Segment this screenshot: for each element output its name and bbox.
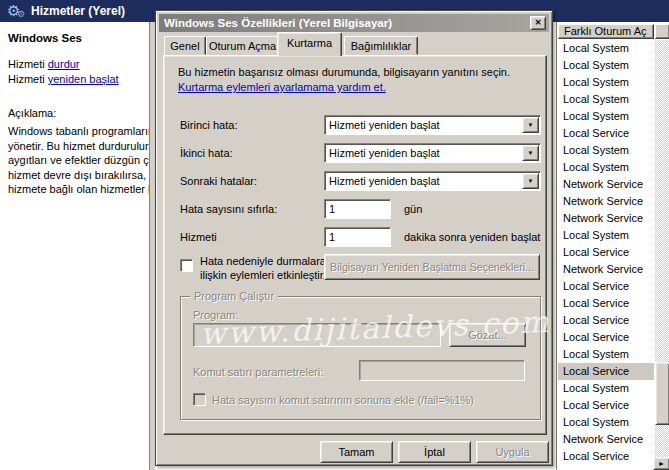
tab-label: Oturum Açma [209,40,276,52]
browse-button: Gözat... [449,323,526,347]
list-item[interactable]: Local System [558,380,654,397]
service-name: Windows Ses [8,32,82,44]
first-failure-label: Birinci hata: [180,119,237,131]
list-item[interactable]: Local System [558,346,654,363]
enable-actions-checkbox[interactable] [180,259,193,272]
list-item[interactable]: Network Service [558,431,654,448]
description-line: aygıtları ve efektler düzgün çalı [8,153,154,168]
tab-dependencies[interactable]: Bağımlılıklar [344,36,418,55]
dropdown-value: Hizmeti yeniden başlat [329,118,440,133]
recovery-help-link[interactable]: Kurtarma eylemleri ayarlamama yardım et. [178,81,386,93]
list-item[interactable]: Local System [558,40,654,57]
cmd-params-label: Komut satırı parametreleri: [193,366,323,378]
description-line: yönetir. Bu hizmet durdurulursa [8,139,154,154]
list-item[interactable]: Local Service [558,363,654,380]
vertical-scrollbar-thumb[interactable] [655,362,669,425]
list-item[interactable]: Local System [558,108,654,125]
intro-text: Bu hizmetin başarısız olması durumunda, … [178,66,510,78]
description-line: hizmete bağlı olan hizmetler baş [8,182,154,197]
description-line: Windows tabanlı programların s [8,124,154,139]
list-item[interactable]: Network Service [558,210,654,227]
second-failure-label: İkinci hata: [180,147,233,159]
restart-service-line: Hizmeti yeniden başlat [8,73,119,85]
run-program-group: Program Çalıştır Program: Gözat... Komut… [180,296,541,420]
list-item[interactable]: Local System [558,414,654,431]
enable-actions-label: Hata nedeniyle durmalara ilişkin eylemle… [200,254,326,282]
list-item[interactable]: Local System [558,227,654,244]
gear-icon: ⚙⚙ [7,2,27,20]
reset-fail-count-label: Hata sayısını sıfırla: [180,203,277,215]
list-item[interactable]: Local System [558,159,654,176]
dialog-title: Windows Ses Özellikleri (Yerel Bilgisaya… [164,17,392,29]
run-program-group-title: Program Çalıştır [190,290,278,302]
description-label: Açıklama: [8,107,56,119]
logon-list-rows: Local SystemLocal SystemLocal SystemLoca… [558,40,654,465]
recovery-tab-panel: Bu hizmetin başarısız olması durumunda, … [163,55,547,435]
tab-label: Genel [170,40,199,52]
tab-general[interactable]: Genel [164,36,206,55]
dropdown-value: Hizmeti yeniden başlat [329,146,440,161]
reset-fail-count-input[interactable] [324,199,391,219]
service-properties-dialog: Windows Ses Özellikleri (Yerel Bilgisaya… [155,10,553,466]
stop-prefix: Hizmeti [8,58,45,70]
tab-label: Bağımlılıklar [351,40,412,52]
column-header-stub[interactable] [655,24,669,39]
services-header-title: Hizmetler (Yerel) [31,4,125,18]
list-item[interactable]: Local System [558,91,654,108]
chevron-down-icon[interactable]: ▼ [522,145,539,161]
list-item[interactable]: Local Service [558,448,654,465]
stop-service-link[interactable]: durdur [48,58,80,70]
scroll-right-arrow-icon: ► [658,460,665,467]
restart-computer-options-button: Bilgisayarı Yeniden Başlatma Seçenekleri… [324,254,540,280]
program-label: Program: [193,309,238,321]
description-text: Windows tabanlı programların syönetir. B… [8,124,154,197]
ok-button[interactable]: Tamam [320,441,393,463]
append-fail-count-checkbox [193,393,206,406]
list-item[interactable]: Local Service [558,244,654,261]
list-item[interactable]: Network Service [558,193,654,210]
reset-fail-count-unit: gün [404,203,422,215]
tab-log-on[interactable]: Oturum Açma [206,36,279,55]
stop-service-line: Hizmeti durdur [8,58,80,70]
restart-after-unit: dakika sonra yeniden başlat [404,231,540,243]
first-failure-dropdown[interactable]: Hizmeti yeniden başlat ▼ [324,115,541,135]
description-line: hizmet devre dışı bırakılırsa, açık [8,168,154,183]
list-item[interactable]: Local System [558,74,654,91]
list-item[interactable]: Network Service [558,176,654,193]
chevron-down-icon[interactable]: ▼ [522,117,539,133]
chevron-down-icon[interactable]: ▼ [522,173,539,189]
list-item[interactable]: Local System [558,57,654,74]
list-item[interactable]: Local Service [558,125,654,142]
list-item[interactable]: Network Service [558,261,654,278]
cancel-button[interactable]: İptal [398,441,471,463]
dropdown-value: Hizmeti yeniden başlat [329,174,440,189]
scroll-right-button[interactable]: ► [653,457,669,470]
tab-recovery[interactable]: Kurtarma [277,32,342,56]
subsequent-failures-label: Sonraki hatalar: [180,175,257,187]
cmd-params-input [359,360,525,381]
tab-label: Kurtarma [287,37,332,49]
list-item[interactable]: Local Service [558,312,654,329]
recovery-intro: Bu hizmetin başarısız olması durumunda, … [178,65,538,95]
apply-button: Uygula [476,441,549,463]
restart-service-link[interactable]: yeniden başlat [48,73,119,85]
subsequent-failures-dropdown[interactable]: Hizmeti yeniden başlat ▼ [324,171,541,191]
list-item[interactable]: Local System [558,142,654,159]
restart-service-label: Hizmeti [180,231,217,243]
restart-after-input[interactable] [324,227,391,247]
logon-as-list: Farklı Oturum Aç Local SystemLocal Syste… [556,22,669,470]
list-item[interactable]: Local Service [558,295,654,312]
restart-prefix: Hizmeti [8,73,45,85]
list-item[interactable]: Local Service [558,397,654,414]
append-fail-count-label: Hata sayısını komut satırının sonuna ekl… [212,394,474,406]
service-info-pane: Windows Ses Hizmeti durdur Hizmeti yenid… [0,22,149,470]
column-header-logon-as[interactable]: Farklı Oturum Aç [558,24,654,39]
close-icon[interactable]: ✕ [530,16,546,30]
program-input [193,323,441,347]
second-failure-dropdown[interactable]: Hizmeti yeniden başlat ▼ [324,143,541,163]
list-item[interactable]: Local Service [558,329,654,346]
list-item[interactable]: Local Service [558,278,654,295]
dialog-titlebar[interactable]: Windows Ses Özellikleri (Yerel Bilgisaya… [159,14,549,32]
